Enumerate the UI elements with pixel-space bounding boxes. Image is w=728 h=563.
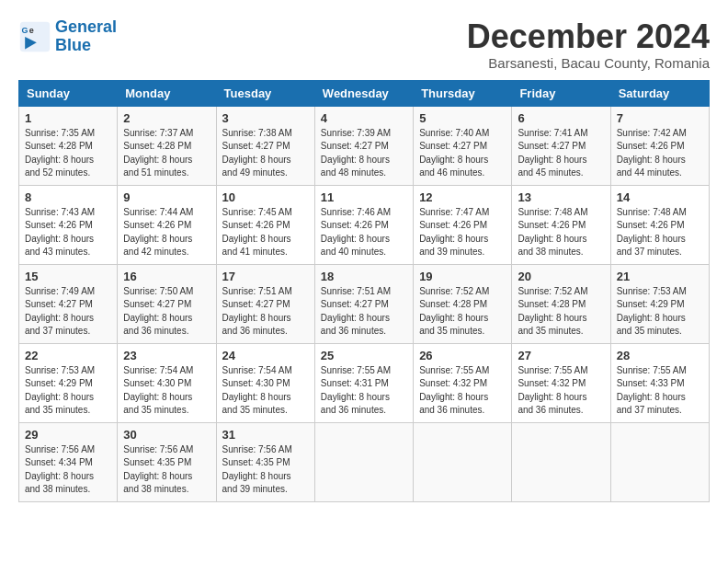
calendar-cell — [610, 422, 709, 501]
calendar-cell — [314, 422, 413, 501]
calendar-cell: 7 Sunrise: 7:42 AMSunset: 4:26 PMDayligh… — [610, 106, 709, 185]
day-header-monday: Monday — [118, 80, 216, 106]
calendar-cell: 28 Sunrise: 7:55 AMSunset: 4:33 PMDaylig… — [610, 343, 709, 422]
calendar-cell: 17 Sunrise: 7:51 AMSunset: 4:27 PMDaylig… — [216, 264, 314, 343]
week-row-2: 8 Sunrise: 7:43 AMSunset: 4:26 PMDayligh… — [19, 185, 710, 264]
day-number: 28 — [617, 349, 703, 362]
logo-icon: G e — [18, 20, 51, 53]
day-info: Sunrise: 7:53 AMSunset: 4:29 PMDaylight:… — [25, 364, 111, 418]
day-number: 19 — [419, 270, 506, 283]
day-info: Sunrise: 7:47 AMSunset: 4:26 PMDaylight:… — [419, 206, 506, 259]
day-number: 6 — [518, 111, 604, 125]
calendar-cell: 27 Sunrise: 7:55 AMSunset: 4:32 PMDaylig… — [512, 343, 610, 422]
day-info: Sunrise: 7:55 AMSunset: 4:32 PMDaylight:… — [419, 364, 506, 418]
day-info: Sunrise: 7:56 AMSunset: 4:34 PMDaylight:… — [25, 443, 111, 497]
day-number: 13 — [518, 190, 604, 204]
day-info: Sunrise: 7:55 AMSunset: 4:33 PMDaylight:… — [617, 364, 703, 418]
calendar-cell: 24 Sunrise: 7:54 AMSunset: 4:30 PMDaylig… — [216, 343, 314, 422]
day-number: 29 — [25, 428, 111, 442]
day-number: 4 — [321, 111, 407, 125]
day-number: 18 — [321, 270, 407, 283]
day-number: 14 — [617, 190, 703, 204]
day-number: 21 — [617, 270, 703, 283]
day-info: Sunrise: 7:45 AMSunset: 4:26 PMDaylight:… — [222, 206, 309, 259]
calendar-cell: 18 Sunrise: 7:51 AMSunset: 4:27 PMDaylig… — [314, 264, 413, 343]
day-info: Sunrise: 7:56 AMSunset: 4:35 PMDaylight:… — [222, 443, 309, 497]
calendar-cell: 26 Sunrise: 7:55 AMSunset: 4:32 PMDaylig… — [414, 343, 512, 422]
page-header: G e General Blue December 2024 Barsanest… — [18, 18, 710, 71]
calendar-cell: 22 Sunrise: 7:53 AMSunset: 4:29 PMDaylig… — [19, 343, 118, 422]
day-number: 9 — [123, 190, 210, 204]
calendar-cell: 6 Sunrise: 7:41 AMSunset: 4:27 PMDayligh… — [512, 106, 610, 185]
calendar-cell: 20 Sunrise: 7:52 AMSunset: 4:28 PMDaylig… — [512, 264, 610, 343]
calendar-cell: 3 Sunrise: 7:38 AMSunset: 4:27 PMDayligh… — [216, 106, 314, 185]
day-info: Sunrise: 7:41 AMSunset: 4:27 PMDaylight:… — [518, 127, 604, 180]
day-number: 15 — [25, 270, 111, 283]
day-info: Sunrise: 7:55 AMSunset: 4:32 PMDaylight:… — [518, 364, 604, 418]
svg-text:e: e — [29, 26, 34, 35]
svg-text:G: G — [22, 26, 28, 35]
calendar-cell — [512, 422, 610, 501]
day-info: Sunrise: 7:56 AMSunset: 4:35 PMDaylight:… — [123, 443, 210, 497]
day-number: 25 — [321, 349, 407, 362]
title-area: December 2024 Barsanesti, Bacau County, … — [467, 18, 710, 71]
day-number: 3 — [222, 111, 309, 125]
calendar-cell: 19 Sunrise: 7:52 AMSunset: 4:28 PMDaylig… — [414, 264, 512, 343]
day-number: 5 — [419, 111, 506, 125]
week-row-1: 1 Sunrise: 7:35 AMSunset: 4:28 PMDayligh… — [19, 106, 710, 185]
calendar-cell: 5 Sunrise: 7:40 AMSunset: 4:27 PMDayligh… — [414, 106, 512, 185]
day-info: Sunrise: 7:53 AMSunset: 4:29 PMDaylight:… — [617, 285, 703, 339]
logo-area: G e General Blue — [18, 18, 117, 55]
day-number: 22 — [25, 349, 111, 362]
day-number: 1 — [25, 111, 111, 125]
day-info: Sunrise: 7:48 AMSunset: 4:26 PMDaylight:… — [518, 206, 604, 259]
week-row-5: 29 Sunrise: 7:56 AMSunset: 4:34 PMDaylig… — [19, 422, 710, 501]
calendar-cell: 1 Sunrise: 7:35 AMSunset: 4:28 PMDayligh… — [19, 106, 118, 185]
logo-general: General — [55, 17, 117, 36]
calendar-cell: 13 Sunrise: 7:48 AMSunset: 4:26 PMDaylig… — [512, 185, 610, 264]
day-number: 10 — [222, 190, 309, 204]
calendar-cell: 25 Sunrise: 7:55 AMSunset: 4:31 PMDaylig… — [314, 343, 413, 422]
day-info: Sunrise: 7:35 AMSunset: 4:28 PMDaylight:… — [25, 127, 111, 180]
month-title: December 2024 — [467, 18, 710, 55]
day-number: 17 — [222, 270, 309, 283]
day-header-saturday: Saturday — [610, 80, 709, 106]
day-info: Sunrise: 7:52 AMSunset: 4:28 PMDaylight:… — [419, 285, 506, 339]
calendar-cell: 29 Sunrise: 7:56 AMSunset: 4:34 PMDaylig… — [19, 422, 118, 501]
day-number: 24 — [222, 349, 309, 362]
calendar-cell: 12 Sunrise: 7:47 AMSunset: 4:26 PMDaylig… — [414, 185, 512, 264]
day-number: 27 — [518, 349, 604, 362]
day-info: Sunrise: 7:44 AMSunset: 4:26 PMDaylight:… — [123, 206, 210, 259]
calendar-cell: 31 Sunrise: 7:56 AMSunset: 4:35 PMDaylig… — [216, 422, 314, 501]
day-number: 26 — [419, 349, 506, 362]
day-info: Sunrise: 7:43 AMSunset: 4:26 PMDaylight:… — [25, 206, 111, 259]
day-number: 11 — [321, 190, 407, 204]
calendar-cell: 2 Sunrise: 7:37 AMSunset: 4:28 PMDayligh… — [118, 106, 216, 185]
day-header-tuesday: Tuesday — [216, 80, 314, 106]
day-info: Sunrise: 7:52 AMSunset: 4:28 PMDaylight:… — [518, 285, 604, 339]
day-info: Sunrise: 7:37 AMSunset: 4:28 PMDaylight:… — [123, 127, 210, 180]
calendar-table: SundayMondayTuesdayWednesdayThursdayFrid… — [18, 80, 710, 502]
week-row-4: 22 Sunrise: 7:53 AMSunset: 4:29 PMDaylig… — [19, 343, 710, 422]
day-info: Sunrise: 7:48 AMSunset: 4:26 PMDaylight:… — [617, 206, 703, 259]
day-info: Sunrise: 7:55 AMSunset: 4:31 PMDaylight:… — [321, 364, 407, 418]
week-row-3: 15 Sunrise: 7:49 AMSunset: 4:27 PMDaylig… — [19, 264, 710, 343]
day-info: Sunrise: 7:38 AMSunset: 4:27 PMDaylight:… — [222, 127, 309, 180]
day-header-thursday: Thursday — [414, 80, 512, 106]
day-info: Sunrise: 7:39 AMSunset: 4:27 PMDaylight:… — [321, 127, 407, 180]
day-number: 12 — [419, 190, 506, 204]
calendar-cell: 9 Sunrise: 7:44 AMSunset: 4:26 PMDayligh… — [118, 185, 216, 264]
day-number: 2 — [123, 111, 210, 125]
logo-blue: Blue — [55, 36, 91, 54]
calendar-cell: 30 Sunrise: 7:56 AMSunset: 4:35 PMDaylig… — [118, 422, 216, 501]
day-info: Sunrise: 7:40 AMSunset: 4:27 PMDaylight:… — [419, 127, 506, 180]
day-info: Sunrise: 7:51 AMSunset: 4:27 PMDaylight:… — [321, 285, 407, 339]
day-info: Sunrise: 7:46 AMSunset: 4:26 PMDaylight:… — [321, 206, 407, 259]
calendar-cell — [414, 422, 512, 501]
calendar-cell: 4 Sunrise: 7:39 AMSunset: 4:27 PMDayligh… — [314, 106, 413, 185]
calendar-cell: 15 Sunrise: 7:49 AMSunset: 4:27 PMDaylig… — [19, 264, 118, 343]
day-number: 8 — [25, 190, 111, 204]
calendar-cell: 23 Sunrise: 7:54 AMSunset: 4:30 PMDaylig… — [118, 343, 216, 422]
day-info: Sunrise: 7:50 AMSunset: 4:27 PMDaylight:… — [123, 285, 210, 339]
calendar-cell: 16 Sunrise: 7:50 AMSunset: 4:27 PMDaylig… — [118, 264, 216, 343]
